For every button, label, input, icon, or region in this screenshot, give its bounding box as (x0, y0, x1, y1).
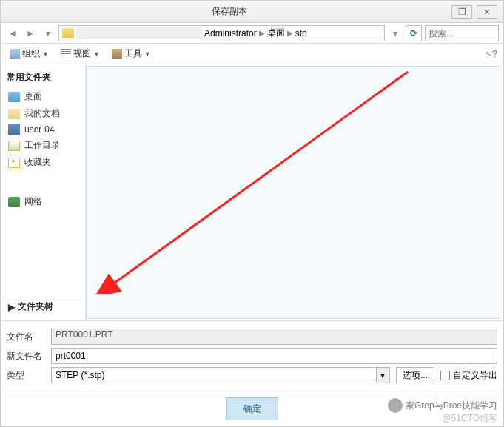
dialog-footer: 确定 家Grep与Proe技能学习 @51CTO博客 (1, 391, 503, 426)
checkbox-icon (440, 371, 450, 380)
favorites-icon (8, 158, 20, 168)
chevron-right-icon: ▶ (287, 29, 293, 37)
desktop-icon (8, 92, 20, 102)
refresh-button[interactable]: ⟳ (406, 25, 422, 41)
sidebar: 常用文件夹 桌面 我的文档 user-04 工作目录 收藏夹 网络 ▶文件夹树 (1, 64, 86, 320)
filename-label: 文件名 (7, 331, 45, 343)
sidebar-item-desktop[interactable]: 桌面 (4, 88, 82, 105)
path-dropdown[interactable]: ▾ (388, 26, 403, 41)
breadcrumb[interactable]: Administrator ▶ 桌面 ▶ stp (58, 25, 385, 41)
caret-down-icon: ▼ (144, 50, 151, 58)
breadcrumb-hidden-segment (76, 27, 202, 39)
caret-down-icon: ▼ (93, 50, 100, 58)
search-input[interactable] (425, 25, 499, 41)
tools-icon (112, 49, 122, 59)
organize-icon (10, 49, 20, 59)
sidebar-item-workdir[interactable]: 工作目录 (4, 137, 82, 154)
nav-bar: ◄ ► ▾ Administrator ▶ 桌面 ▶ stp ▾ ⟳ (1, 23, 503, 44)
view-menu[interactable]: 视图 ▼ (58, 46, 103, 61)
sidebar-header: 常用文件夹 (4, 69, 82, 88)
expand-icon: ▶ (8, 302, 15, 312)
watermark-sub: @51CTO博客 (442, 412, 497, 425)
watermark: 家Grep与Proe技能学习 (388, 398, 497, 413)
filename-field: PRT0001.PRT (51, 329, 497, 345)
folder-icon (62, 28, 74, 38)
custom-export-checkbox[interactable]: 自定义导出 (440, 369, 497, 382)
titlebar: 保存副本 ❐ × (1, 1, 503, 23)
forward-button[interactable]: ► (23, 26, 38, 41)
toolbar: 组织 ▼ 视图 ▼ 工具 ▼ ↖? (1, 44, 503, 64)
file-list-area[interactable] (86, 66, 500, 319)
save-copy-dialog: 保存副本 ❐ × ◄ ► ▾ Administrator ▶ 桌面 ▶ stp … (0, 0, 504, 427)
documents-icon (8, 109, 20, 119)
chevron-right-icon: ▶ (259, 29, 265, 37)
main-area: 常用文件夹 桌面 我的文档 user-04 工作目录 收藏夹 网络 ▶文件夹树 (1, 64, 503, 320)
breadcrumb-seg-admin[interactable]: Administrator (204, 28, 257, 38)
caret-down-icon: ▾ (376, 368, 389, 383)
breadcrumb-seg-stp[interactable]: stp (295, 28, 307, 38)
nav-dropdown[interactable]: ▾ (41, 26, 56, 41)
close-button[interactable]: × (477, 5, 497, 19)
breadcrumb-seg-desktop[interactable]: 桌面 (267, 27, 285, 39)
workdir-icon (8, 141, 20, 151)
restore-button[interactable]: ❐ (451, 5, 472, 19)
organize-menu[interactable]: 组织 ▼ (7, 46, 52, 61)
type-label: 类型 (7, 369, 45, 382)
help-button[interactable]: ↖? (485, 48, 497, 59)
folder-tree-toggle[interactable]: ▶文件夹树 (4, 297, 82, 316)
caret-down-icon: ▼ (42, 50, 49, 58)
ok-button[interactable]: 确定 (226, 397, 278, 420)
network-icon (8, 197, 20, 207)
tools-menu[interactable]: 工具 ▼ (109, 46, 154, 61)
sidebar-item-network[interactable]: 网络 (4, 193, 82, 210)
computer-icon (8, 124, 20, 135)
options-button[interactable]: 选项... (396, 367, 434, 383)
newfilename-input[interactable] (51, 348, 497, 364)
sidebar-item-favorites[interactable]: 收藏夹 (4, 154, 82, 171)
newfilename-label: 新文件名 (7, 350, 45, 363)
sidebar-item-user[interactable]: user-04 (4, 122, 82, 137)
sidebar-item-mydocs[interactable]: 我的文档 (4, 105, 82, 122)
form-area: 文件名 PRT0001.PRT 新文件名 类型 STEP (*.stp) ▾ 选… (1, 320, 503, 391)
view-icon (61, 49, 71, 59)
wechat-icon (388, 398, 403, 413)
window-title: 保存副本 (7, 5, 451, 18)
type-select[interactable]: STEP (*.stp) ▾ (51, 367, 390, 383)
back-button[interactable]: ◄ (5, 26, 20, 41)
